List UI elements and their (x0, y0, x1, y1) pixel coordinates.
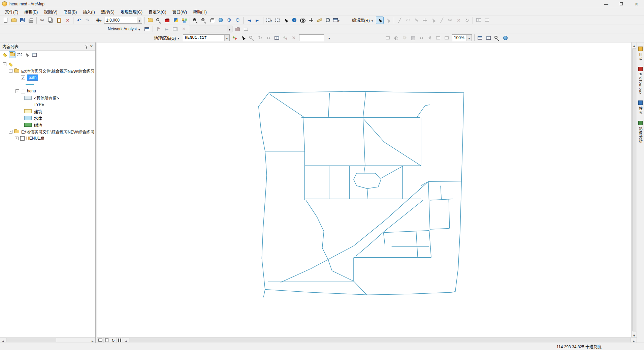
fixed-zoom-out-button[interactable] (234, 17, 242, 24)
pan-tool[interactable] (208, 17, 216, 24)
go-forward-extent-button[interactable] (254, 17, 261, 24)
source-node-1[interactable]: E:\地信实习文件\综合练习NEW\综合练习 (0, 67, 95, 74)
identify-tool[interactable] (290, 17, 298, 24)
map-canvas[interactable] (97, 42, 631, 337)
raster-layer-checkbox[interactable] (20, 136, 25, 141)
add-data-button[interactable] (95, 17, 103, 24)
viewer-window-button[interactable] (332, 17, 340, 24)
auto-registration-button[interactable] (282, 34, 289, 41)
dataframe-node[interactable] (0, 61, 95, 67)
create-network-location-tool[interactable] (155, 25, 162, 33)
attributes-button[interactable] (475, 17, 482, 24)
network-analyst-menu-button[interactable]: Network Analyst (105, 25, 143, 33)
shift-raster-tool[interactable] (265, 34, 272, 41)
modelbuilder-button[interactable] (180, 17, 188, 24)
select-features-tool[interactable] (265, 17, 273, 24)
toc-close-icon[interactable] (90, 45, 93, 48)
toc-scroll-left-button[interactable] (0, 338, 5, 343)
fixed-zoom-in-button[interactable] (225, 17, 233, 24)
source1-label[interactable]: E:\地信实习文件\综合练习NEW\综合练习 (21, 68, 94, 74)
source2-expander[interactable] (9, 130, 12, 134)
zoom-out-tool[interactable] (200, 17, 208, 24)
pause-drawing-button[interactable] (117, 338, 123, 343)
find-button[interactable] (299, 17, 307, 24)
measure-tool[interactable] (316, 17, 323, 24)
histogram-button[interactable] (485, 34, 492, 41)
split-tool[interactable] (455, 17, 462, 24)
image-analysis-window-button[interactable] (476, 34, 484, 41)
georeferencing-menu-button[interactable]: 地理配准(G) (151, 34, 182, 41)
class-row-building[interactable]: 建筑 (0, 108, 95, 115)
build-network-button[interactable] (234, 25, 242, 33)
catalog-window-button[interactable] (147, 17, 154, 24)
menu-customize[interactable]: 自定义(C) (146, 8, 169, 16)
scale-input[interactable] (104, 17, 137, 23)
route-layer-input[interactable] (189, 26, 227, 32)
map-scroll-up-button[interactable] (632, 42, 637, 48)
georef-text-input[interactable] (299, 35, 324, 41)
georef-layer-input[interactable] (183, 35, 224, 41)
export-raster-button[interactable] (502, 34, 509, 41)
tab-search[interactable]: 搜索 (638, 100, 643, 115)
class-row-green[interactable]: 绿地 (0, 121, 95, 128)
delete-button[interactable] (64, 17, 71, 24)
path-line-symbol[interactable] (26, 84, 34, 85)
undo-button[interactable] (75, 17, 83, 24)
path-symbol-row[interactable] (0, 81, 95, 88)
redo-button[interactable] (84, 17, 91, 24)
pixel-inspector-button[interactable] (493, 34, 501, 41)
map-scroll-right-button[interactable] (631, 338, 637, 343)
green-label[interactable]: 绿地 (34, 122, 42, 128)
full-extent-button[interactable] (217, 17, 225, 24)
toc-options-button[interactable] (31, 51, 38, 58)
cut-button[interactable] (38, 17, 46, 24)
dataframe-expander[interactable] (3, 62, 6, 66)
open-document-button[interactable] (10, 17, 18, 24)
search-window-button[interactable] (155, 17, 163, 24)
path-layer-label[interactable]: path (27, 75, 38, 81)
directions-button[interactable] (171, 25, 179, 33)
layer-node-path[interactable]: path (0, 74, 95, 81)
henu-expander[interactable] (15, 89, 19, 93)
tab-catalog[interactable]: 目录 (638, 47, 643, 61)
add-control-points-tool[interactable] (231, 34, 239, 41)
editor-edit-tool[interactable] (376, 17, 384, 24)
refresh-view-button[interactable] (110, 338, 117, 343)
arc-segment-tool[interactable] (404, 17, 412, 24)
contrast-button[interactable] (392, 34, 400, 41)
menu-view[interactable]: 视图(V) (41, 8, 60, 16)
time-slider-button[interactable] (324, 17, 332, 24)
new-document-button[interactable] (2, 17, 9, 24)
building-label[interactable]: 建筑 (34, 109, 42, 114)
map-scroll-left-button[interactable] (123, 338, 128, 343)
data-view-button[interactable] (97, 338, 104, 343)
symbology-field-row[interactable]: TYPE (0, 101, 95, 108)
effects-layer-button[interactable] (384, 34, 392, 41)
reshape-feature-tool[interactable] (438, 17, 446, 24)
menu-insert[interactable]: 插入(I) (80, 8, 98, 16)
zoom-to-selected-link-button[interactable] (248, 34, 256, 41)
swipe-layer-tool[interactable] (418, 34, 425, 41)
layout-view-button[interactable] (104, 338, 110, 343)
menu-file[interactable]: 文件(F) (2, 8, 21, 16)
list-by-drawing-order-button[interactable] (1, 51, 8, 58)
brightness-button[interactable] (401, 34, 409, 41)
transparency-button[interactable] (409, 34, 417, 41)
maximize-button[interactable] (614, 0, 629, 8)
sketch-properties-button[interactable] (483, 17, 491, 24)
map-vscroll-thumb[interactable] (632, 48, 636, 331)
editor-menu-button[interactable]: 编辑器(R) (349, 17, 376, 24)
go-to-xy-button[interactable] (307, 17, 315, 24)
list-by-visibility-button[interactable] (16, 51, 23, 58)
straight-segment-tool[interactable] (396, 17, 404, 24)
solve-button[interactable] (163, 25, 171, 33)
list-by-source-button[interactable] (9, 51, 15, 58)
class-row-water[interactable]: 水体 (0, 115, 95, 121)
menu-help[interactable]: 帮助(H) (190, 8, 210, 16)
trace-tool[interactable] (413, 17, 420, 24)
edit-vertices-button[interactable] (429, 17, 437, 24)
tab-image-analysis[interactable]: 影像分析 (638, 121, 643, 143)
map-scroll-track[interactable] (128, 338, 631, 343)
layer-node-raster[interactable]: HENU1.tif (0, 135, 95, 142)
raster-expander[interactable] (15, 137, 19, 140)
